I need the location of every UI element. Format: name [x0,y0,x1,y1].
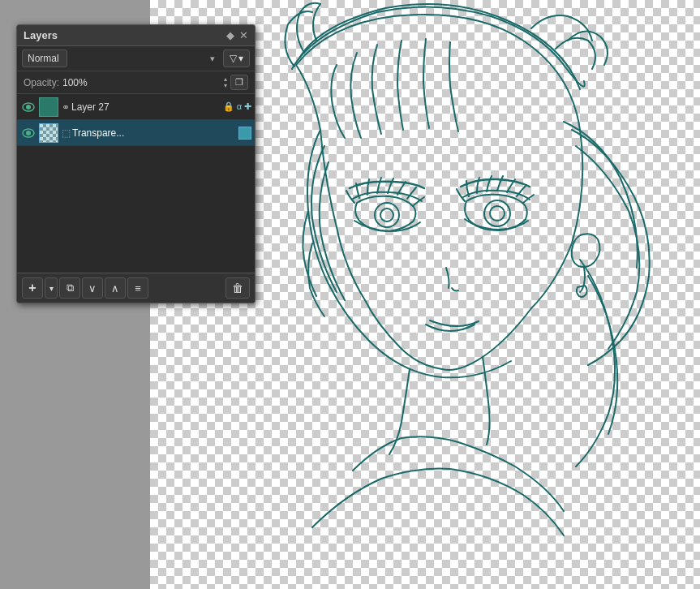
layer-color-badge [238,127,251,140]
delete-layer-button[interactable]: 🗑 [225,277,250,299]
filter-dropdown-icon: ▾ [238,53,243,64]
layer-name: Transpare... [72,127,235,139]
layer-link-icon: ⚭ [62,101,70,113]
titlebar-icons: ◆ ✕ [226,29,248,41]
layer-alpha-icon[interactable]: α [237,101,242,112]
filter-icon: ▽ [230,53,237,64]
layer-thumbnail [39,97,58,117]
opacity-down-arrow: ▾ [224,83,227,89]
panel-title: Layers [24,29,58,41]
layer-visibility-toggle[interactable] [20,125,37,141]
layer-row[interactable]: ⚭ Layer 27 🔒 α ✚ [17,94,255,120]
blend-mode-toolbar: Normal Multiply Screen Overlay ▽ ▾ [17,46,255,71]
layer-name: Layer 27 [71,101,220,113]
layer-type-icon: ⬚ [62,127,71,139]
layer-row[interactable]: ⬚ Transpare... [17,120,255,146]
duplicate-layer-button[interactable]: ⧉ [59,277,80,299]
opacity-copy-button[interactable]: ❐ [230,75,248,90]
svg-point-5 [26,105,31,110]
layer-flags: 🔒 α ✚ [223,101,251,112]
add-layer-dropdown[interactable]: ▾ [45,277,58,299]
pin-icon[interactable]: ◆ [226,29,234,41]
layer-lock-icon[interactable]: 🔒 [223,101,234,112]
layer-visibility-toggle[interactable] [20,99,37,115]
opacity-label: Opacity: [24,77,59,88]
panel-titlebar: Layers ◆ ✕ [17,25,255,46]
layer-flags [238,127,251,140]
blend-mode-wrapper: Normal Multiply Screen Overlay [22,49,220,67]
add-layer-button[interactable]: + [22,277,43,299]
layers-list: ⚭ Layer 27 🔒 α ✚ ⬚ Transpare... [17,94,255,273]
layer-thumbnail [39,123,58,143]
layer-add-icon[interactable]: ✚ [244,101,251,112]
filter-button[interactable]: ▽ ▾ [223,49,250,67]
panel-bottom-toolbar: + ▾ ⧉ ∨ ∧ ≡ 🗑 [17,273,255,303]
move-layer-up-button[interactable]: ∧ [105,277,126,299]
layers-panel: Layers ◆ ✕ Normal Multiply Screen Overla… [16,24,256,303]
svg-point-7 [26,131,31,135]
blend-mode-select[interactable]: Normal Multiply Screen Overlay [22,49,67,67]
layer-properties-button[interactable]: ≡ [127,277,148,299]
opacity-arrows[interactable]: ▴ ▾ [224,76,227,89]
move-layer-down-button[interactable]: ∨ [82,277,103,299]
close-icon[interactable]: ✕ [239,29,248,41]
opacity-value[interactable]: 100% [62,77,221,88]
opacity-row: Opacity: 100% ▴ ▾ ❐ [17,71,255,94]
